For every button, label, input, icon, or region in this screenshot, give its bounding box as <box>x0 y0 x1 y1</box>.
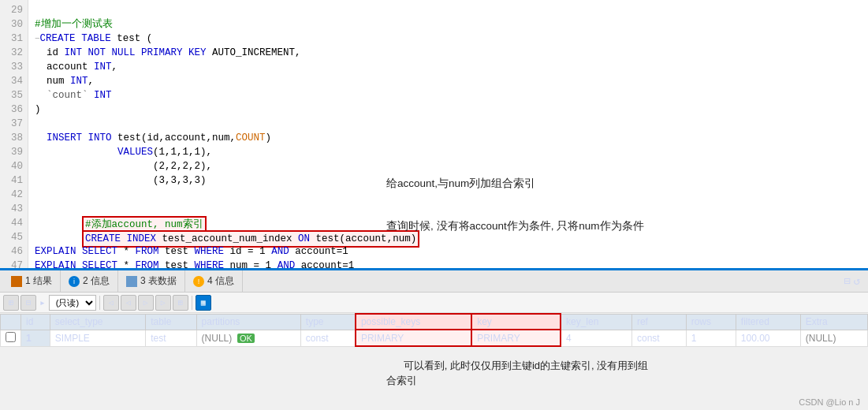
cell-type: const <box>300 330 356 346</box>
annotation-index: 给account,与num列加组合索引 <box>386 177 535 191</box>
code-line-43: #添加account, num索引 <box>35 202 862 216</box>
tab-tabledata[interactable]: 3 表数据 <box>118 270 185 293</box>
tab-tabledata-label: 3 表数据 <box>140 274 177 288</box>
filter-area: ⊟ ↺ <box>844 274 865 288</box>
refresh-icon[interactable]: ↺ <box>854 274 860 288</box>
tabs-bar: 1 结果 i 2 信息 3 表数据 ! 4 信息 ⊟ ↺ <box>0 270 868 293</box>
tab-info2-icon: ! <box>193 276 204 287</box>
toolbar-btn-4[interactable]: ◁ <box>121 295 136 311</box>
code-line-30: #增加一个测试表 <box>35 17 862 32</box>
col-key: key <box>471 314 561 330</box>
code-line-39: VALUES(1,1,1,1), <box>35 145 862 159</box>
cell-check <box>1 330 21 346</box>
code-line-36: ) <box>35 102 862 117</box>
toolbar-btn-7[interactable]: ⊞ <box>173 295 188 311</box>
cell-id: 1 <box>21 330 50 346</box>
cell-extra: (NULL) <box>800 330 867 346</box>
code-line-40: (2,2,2,2), <box>35 159 862 173</box>
code-line-32: id INT NOT NULL PRIMARY KEY AUTO_INCREME… <box>35 46 862 60</box>
toolbar-btn-2[interactable]: ⊟ <box>20 295 36 311</box>
col-key-len: key_len <box>561 314 631 330</box>
line-numbers: 29 30 31 32 33 34 35 36 37 38 39 40 41 4… <box>0 0 28 268</box>
code-line-37 <box>35 117 862 131</box>
col-rows: rows <box>686 314 736 330</box>
tab-info-icon: i <box>69 276 80 287</box>
code-line-46: EXPLAIN SELECT * FROM test WHERE id = 1 … <box>35 244 862 259</box>
col-check <box>1 314 21 330</box>
readonly-select[interactable]: (只读) <box>49 295 96 311</box>
cell-select-type: SIMPLE <box>50 330 145 346</box>
code-line-38: INSERT INTO test(id,account,num,COUNT) <box>35 131 862 145</box>
cell-filtered: 100.00 <box>736 330 800 346</box>
toolbar: ⊞ ⊟ ▸ (只读) ◁ ◁ ▷ ▷ ⊞ ▦ <box>0 293 868 313</box>
code-line-33: account INT, <box>35 60 862 74</box>
col-filtered: filtered <box>736 314 800 330</box>
watermark: CSDN @Lio n J <box>799 397 860 407</box>
cell-rows: 1 <box>686 330 736 346</box>
tab-info2[interactable]: ! 4 信息 <box>185 270 243 293</box>
col-possible-keys: possible_keys <box>356 314 471 330</box>
col-id: id <box>21 314 50 330</box>
filter-icon[interactable]: ⊟ <box>844 274 850 288</box>
annotation-query: 查询时候, 没有将account作为条件, 只将num作为条件 <box>386 219 644 233</box>
toolbar-btn-6[interactable]: ▷ <box>155 295 171 311</box>
row-checkbox[interactable] <box>6 332 16 342</box>
code-line-35: `count` INT <box>35 88 862 102</box>
code-line-34: num INT, <box>35 74 862 88</box>
col-type: type <box>300 314 356 330</box>
tab-results-icon <box>11 276 22 287</box>
code-line-29 <box>35 3 862 17</box>
code-line-31: −CREATE TABLE test ( <box>35 32 862 46</box>
tab-info-label: 2 信息 <box>83 274 110 288</box>
code-line-47: EXPLAIN SELECT * FROM test WHERE num = 1… <box>35 259 862 268</box>
toolbar-btn-8[interactable]: ▦ <box>196 295 211 311</box>
tab-info[interactable]: i 2 信息 <box>61 270 118 293</box>
toolbar-btn-3[interactable]: ◁ <box>103 295 119 311</box>
col-ref: ref <box>631 314 686 330</box>
tab-info2-label: 4 信息 <box>207 274 234 288</box>
col-select-type: select_type <box>50 314 145 330</box>
cell-partitions: (NULL) OK <box>196 330 300 346</box>
tab-results[interactable]: 1 结果 <box>3 270 61 293</box>
col-extra: Extra <box>800 314 867 330</box>
bottom-panel: 1 结果 i 2 信息 3 表数据 ! 4 信息 ⊟ ↺ ⊞ ⊟ ▸ (只读) … <box>0 268 868 410</box>
toolbar-btn-5[interactable]: ▷ <box>138 295 154 311</box>
col-table: table <box>146 314 196 330</box>
toolbar-btn-1[interactable]: ⊞ <box>3 295 19 311</box>
annotation-bottom: 可以看到, 此时仅仅用到主键id的主键索引, 没有用到组合索引 <box>386 342 648 404</box>
tab-results-label: 1 结果 <box>25 274 52 288</box>
col-partitions: partitions <box>196 314 300 330</box>
tab-tabledata-icon <box>126 276 137 287</box>
cell-table: test <box>146 330 196 346</box>
